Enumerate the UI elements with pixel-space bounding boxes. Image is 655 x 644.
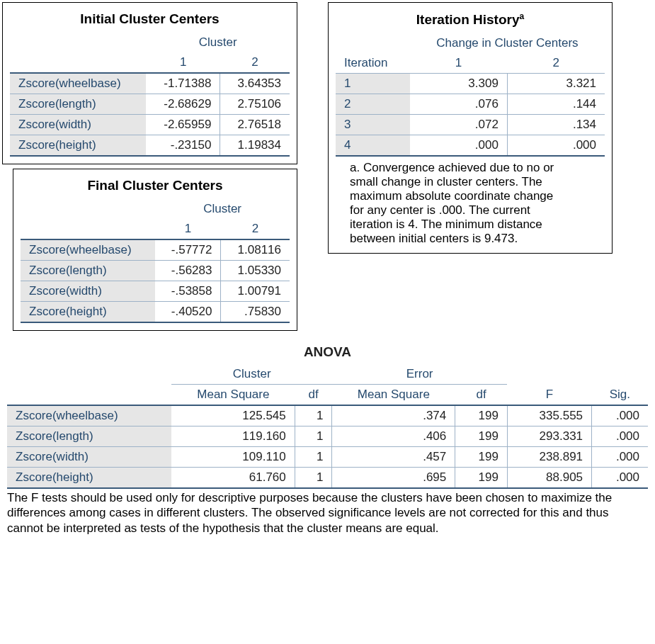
cell: 199 xyxy=(455,426,508,447)
cell: 3.64353 xyxy=(220,73,290,94)
cell: .695 xyxy=(332,468,455,489)
row-label: Zscore(wheelbase) xyxy=(7,405,171,426)
iter-num: 3 xyxy=(336,115,410,135)
cell: .144 xyxy=(507,94,605,115)
row-label: Zscore(width) xyxy=(10,115,146,135)
anova-title: ANOVA xyxy=(7,337,648,364)
anova-span-cluster: Cluster xyxy=(171,364,331,385)
cell: -.56283 xyxy=(155,261,221,281)
cell: .000 xyxy=(507,135,605,157)
final-title: Final Cluster Centers xyxy=(21,174,290,199)
cell: .000 xyxy=(410,135,508,157)
final-cluster-centers-table: Final Cluster Centers Cluster 1 2 Zscore… xyxy=(13,169,297,331)
col-1: 1 xyxy=(410,53,508,74)
col-2: 2 xyxy=(221,219,290,239)
anova-footnote: The F tests should be used only for desc… xyxy=(7,489,648,543)
row-label: Zscore(length) xyxy=(10,94,146,115)
cell: 199 xyxy=(455,405,508,426)
cell: 2.76518 xyxy=(220,115,290,135)
row-label: Zscore(wheelbase) xyxy=(21,239,155,261)
col-ms: Mean Square xyxy=(332,385,455,406)
iter-title-text: Iteration History xyxy=(416,12,520,27)
cell: .072 xyxy=(410,115,508,135)
cell: .134 xyxy=(507,115,605,135)
row-label: Zscore(length) xyxy=(21,261,155,281)
cell: 199 xyxy=(455,447,508,468)
cell: 61.760 xyxy=(171,468,295,489)
initial-spanner: Cluster xyxy=(146,33,290,52)
anova-table: ANOVA Cluster Error Mean Square df Mean … xyxy=(7,337,648,543)
iter-col-label: Iteration xyxy=(336,53,410,74)
row-label: Zscore(height) xyxy=(7,468,171,489)
cell: 1.00791 xyxy=(221,281,290,302)
cell: 119.160 xyxy=(171,426,295,447)
iter-num: 4 xyxy=(336,135,410,157)
cell: .000 xyxy=(592,405,648,426)
cell: 109.110 xyxy=(171,447,295,468)
initial-cluster-centers-table: Initial Cluster Centers Cluster 1 2 Zsco… xyxy=(2,2,297,164)
cell: 199 xyxy=(455,468,508,489)
col-sig: Sig. xyxy=(592,385,648,406)
cell: 3.321 xyxy=(507,74,605,94)
cell: -2.65959 xyxy=(146,115,220,135)
row-label: Zscore(height) xyxy=(21,302,155,323)
cell: -.40520 xyxy=(155,302,221,323)
iteration-history-table: Iteration Historya Change in Cluster Cen… xyxy=(328,2,613,254)
cell: .406 xyxy=(332,426,455,447)
cell: .75830 xyxy=(221,302,290,323)
cell: 1.08116 xyxy=(221,239,290,261)
iter-footnote: a. Convergence achieved due to no or sma… xyxy=(336,157,562,246)
row-label: Zscore(height) xyxy=(10,135,146,157)
row-label: Zscore(wheelbase) xyxy=(10,73,146,94)
cell: -1.71388 xyxy=(146,73,220,94)
iter-sup: a xyxy=(520,11,525,21)
cell: .457 xyxy=(332,447,455,468)
cell: 1 xyxy=(295,447,332,468)
row-label: Zscore(width) xyxy=(21,281,155,302)
col-2: 2 xyxy=(220,52,290,73)
col-1: 1 xyxy=(146,52,220,73)
cell: 3.309 xyxy=(410,74,508,94)
cell: 238.891 xyxy=(507,447,591,468)
iter-spanner: Change in Cluster Centers xyxy=(410,33,605,53)
cell: 2.75106 xyxy=(220,94,290,115)
cell: 1 xyxy=(295,426,332,447)
cell: .000 xyxy=(592,447,648,468)
iter-num: 1 xyxy=(336,74,410,94)
cell: 125.545 xyxy=(171,405,295,426)
col-2: 2 xyxy=(507,53,605,74)
col-F: F xyxy=(507,385,591,406)
cell: .000 xyxy=(592,468,648,489)
cell: .000 xyxy=(592,426,648,447)
cell: .076 xyxy=(410,94,508,115)
col-df: df xyxy=(455,385,508,406)
row-label: Zscore(length) xyxy=(7,426,171,447)
cell: 1 xyxy=(295,405,332,426)
col-1: 1 xyxy=(155,219,221,239)
cell: 1 xyxy=(295,468,332,489)
anova-span-error: Error xyxy=(332,364,507,385)
cell: .374 xyxy=(332,405,455,426)
col-df: df xyxy=(295,385,332,406)
row-label: Zscore(width) xyxy=(7,447,171,468)
col-ms: Mean Square xyxy=(171,385,295,406)
cell: 88.905 xyxy=(507,468,591,489)
cell: 293.331 xyxy=(507,426,591,447)
cell: -.57772 xyxy=(155,239,221,261)
cell: -.53858 xyxy=(155,281,221,302)
iter-title: Iteration Historya xyxy=(336,7,605,33)
cell: -2.68629 xyxy=(146,94,220,115)
cell: 1.05330 xyxy=(221,261,290,281)
cell: 335.555 xyxy=(507,405,591,426)
cell: 1.19834 xyxy=(220,135,290,157)
iter-num: 2 xyxy=(336,94,410,115)
initial-title: Initial Cluster Centers xyxy=(10,7,290,33)
cell: -.23150 xyxy=(146,135,220,157)
final-spanner: Cluster xyxy=(155,199,290,219)
